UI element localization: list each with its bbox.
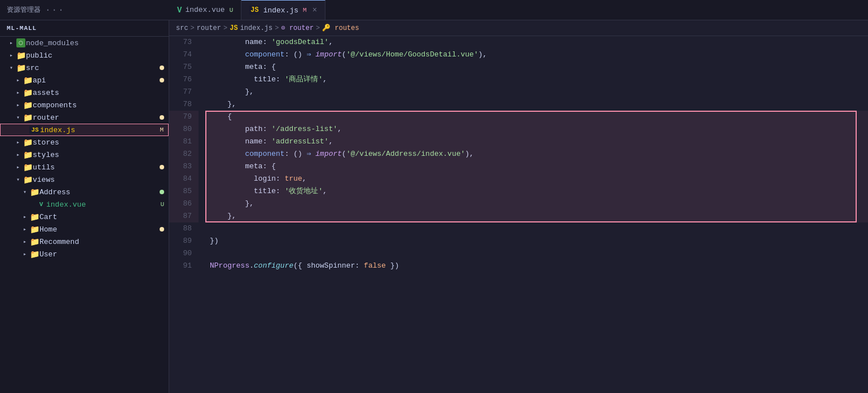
table-row: 84 login: true, bbox=[169, 173, 868, 185]
gutter bbox=[199, 247, 205, 260]
label-stores: stores bbox=[33, 138, 169, 147]
sidebar-item-router[interactable]: 📁 router bbox=[0, 111, 169, 124]
chevron-src bbox=[7, 63, 16, 72]
sidebar-item-cart[interactable]: 📁 Cart bbox=[0, 211, 169, 223]
line-content: { bbox=[205, 111, 868, 123]
label-cart: Cart bbox=[39, 213, 169, 221]
sidebar-item-src[interactable]: 📁 src bbox=[0, 62, 169, 74]
line-number: 77 bbox=[169, 86, 199, 98]
gutter bbox=[199, 260, 205, 272]
table-row: 88 bbox=[169, 222, 868, 235]
line-number: 73 bbox=[169, 36, 199, 49]
sidebar-item-recommend[interactable]: 📁 Recommend bbox=[0, 235, 169, 248]
sidebar-item-address-index-vue[interactable]: V index.vue U bbox=[0, 198, 169, 211]
vue-file-icon: V bbox=[36, 201, 46, 208]
sidebar-item-stores[interactable]: 📁 stores bbox=[0, 136, 169, 149]
label-api: api bbox=[33, 76, 160, 85]
line-number: 79 bbox=[169, 111, 199, 123]
chevron-router bbox=[14, 113, 23, 122]
sidebar-item-home[interactable]: 📁 Home bbox=[0, 223, 169, 235]
chevron-public bbox=[7, 51, 16, 60]
gutter bbox=[199, 136, 205, 148]
api-folder-icon: 📁 bbox=[23, 76, 33, 85]
gutter bbox=[199, 49, 205, 61]
tab-index-vue[interactable]: V index.vue U bbox=[169, 0, 241, 20]
sidebar-item-address[interactable]: 📁 Address bbox=[0, 186, 169, 198]
router-status-dot bbox=[160, 115, 164, 120]
chevron-api bbox=[14, 76, 23, 85]
label-assets: assets bbox=[33, 89, 169, 97]
label-public: public bbox=[26, 51, 169, 60]
line-content: name: 'addressList', bbox=[205, 136, 868, 148]
sidebar-item-node-modules[interactable]: ⬡ node_modules bbox=[0, 37, 169, 49]
close-icon[interactable]: × bbox=[312, 6, 317, 15]
sidebar-item-styles[interactable]: 📁 styles bbox=[0, 149, 169, 161]
sidebar-item-router-index-js[interactable]: JS index.js M bbox=[0, 124, 169, 136]
code-editor[interactable]: 73 name: 'goodsDetail',74 component: () … bbox=[169, 36, 868, 393]
explorer-label: 资源管理器 bbox=[7, 5, 41, 15]
line-number: 85 bbox=[169, 185, 199, 198]
node-folder-icon: ⬡ bbox=[16, 38, 26, 47]
api-status-dot bbox=[160, 78, 164, 82]
tab-label-index-js: index.js bbox=[263, 6, 298, 15]
line-content: }) bbox=[205, 235, 868, 247]
chevron-node-modules bbox=[7, 38, 16, 47]
line-number: 86 bbox=[169, 198, 199, 210]
line-number: 75 bbox=[169, 61, 199, 73]
sidebar-item-components[interactable]: 📁 components bbox=[0, 99, 169, 111]
sidebar: ML-MALL ⬡ node_modules 📁 public 📁 src 📁 … bbox=[0, 20, 169, 393]
gutter bbox=[199, 36, 205, 49]
sidebar-item-assets[interactable]: 📁 assets bbox=[0, 86, 169, 99]
sidebar-header: ML-MALL bbox=[0, 20, 169, 37]
src-folder-icon: 📁 bbox=[16, 63, 26, 73]
chevron-views bbox=[14, 175, 23, 184]
title-ellipsis[interactable]: ··· bbox=[45, 5, 65, 15]
sidebar-item-user[interactable]: 📁 User bbox=[0, 248, 169, 260]
gutter bbox=[199, 185, 205, 198]
gutter bbox=[199, 98, 205, 111]
line-number: 74 bbox=[169, 49, 199, 61]
line-content: title: '收货地址', bbox=[205, 185, 868, 198]
line-number: 91 bbox=[169, 260, 199, 272]
breadcrumb-indexjs: index.js bbox=[240, 24, 273, 32]
js-icon: JS bbox=[249, 6, 259, 15]
gutter bbox=[199, 73, 205, 86]
explorer-label-area: 资源管理器 ··· bbox=[0, 5, 169, 15]
line-number: 76 bbox=[169, 73, 199, 86]
table-row: 82 component: () ⇒ import('@/views/Addre… bbox=[169, 148, 868, 160]
chevron-styles bbox=[14, 150, 23, 159]
gutter bbox=[199, 111, 205, 123]
tab-index-js[interactable]: JS index.js M × bbox=[241, 0, 325, 20]
table-row: 90 bbox=[169, 247, 868, 260]
line-number: 89 bbox=[169, 235, 199, 247]
router-index-js-badge: M bbox=[160, 126, 164, 133]
table-row: 79 { bbox=[169, 111, 868, 123]
line-content: path: '/address-list', bbox=[205, 123, 868, 136]
label-address: Address bbox=[39, 188, 160, 197]
line-content: component: () ⇒ import('@/views/Home/Goo… bbox=[205, 49, 868, 61]
gutter bbox=[199, 222, 205, 235]
recommend-folder-icon: 📁 bbox=[29, 237, 39, 247]
breadcrumb-sep4: > bbox=[316, 24, 320, 32]
assets-folder-icon: 📁 bbox=[23, 88, 33, 98]
gutter bbox=[199, 235, 205, 247]
js-file-icon: JS bbox=[30, 126, 40, 134]
line-content: }, bbox=[205, 210, 868, 222]
label-router-index-js: index.js bbox=[40, 126, 157, 134]
home-folder-icon: 📁 bbox=[29, 225, 39, 234]
sidebar-item-views[interactable]: 📁 views bbox=[0, 173, 169, 186]
label-recommend: Recommend bbox=[39, 238, 169, 246]
public-folder-icon: 📁 bbox=[16, 51, 26, 60]
sidebar-item-api[interactable]: 📁 api bbox=[0, 74, 169, 86]
tab-label-index-vue: index.vue bbox=[185, 6, 224, 14]
chevron-assets bbox=[14, 88, 23, 97]
chevron-empty bbox=[21, 125, 30, 134]
line-content: NProgress.configure({ showSpinner: false… bbox=[205, 260, 868, 272]
styles-folder-icon: 📁 bbox=[23, 150, 33, 160]
sidebar-item-public[interactable]: 📁 public bbox=[0, 49, 169, 62]
table-row: 74 component: () ⇒ import('@/views/Home/… bbox=[169, 49, 868, 61]
breadcrumb-js-icon: JS bbox=[230, 24, 237, 32]
sidebar-item-utils[interactable]: 📁 utils bbox=[0, 161, 169, 173]
title-bar: 资源管理器 ··· V index.vue U JS index.js M × bbox=[0, 0, 868, 20]
label-components: components bbox=[33, 101, 169, 110]
